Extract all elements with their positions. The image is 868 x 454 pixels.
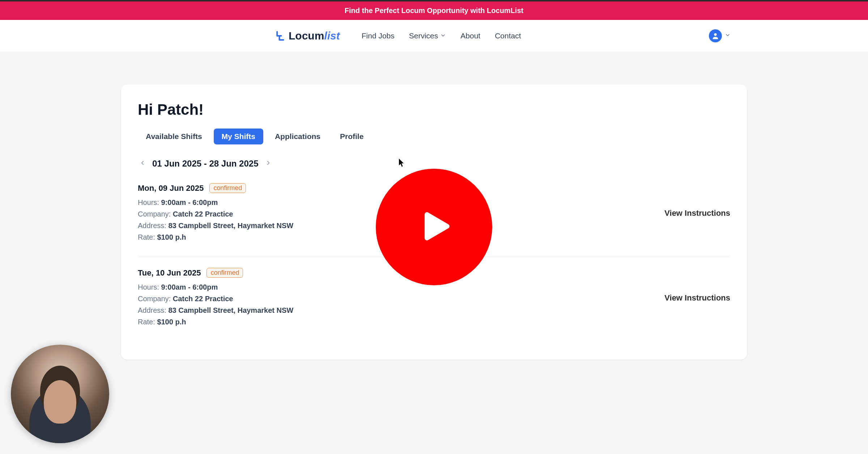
shift-date: Tue, 10 Jun 2025 <box>138 268 201 278</box>
main-nav: Find Jobs Services About Contact <box>362 31 521 40</box>
user-avatar-icon <box>709 29 722 42</box>
date-next-button[interactable] <box>264 158 273 169</box>
chevron-down-icon <box>440 31 446 40</box>
fade-overlay <box>0 429 868 454</box>
tab-available-shifts[interactable]: Available Shifts <box>138 129 210 144</box>
chevron-left-icon <box>139 160 146 167</box>
date-range-picker: 01 Jun 2025 - 28 Jun 2025 <box>138 158 730 169</box>
tab-applications[interactable]: Applications <box>267 129 328 144</box>
status-badge: confirmed <box>207 268 243 278</box>
logo-mark-icon <box>275 30 286 41</box>
nav-contact[interactable]: Contact <box>495 31 521 40</box>
view-instructions-link[interactable]: View Instructions <box>664 209 730 218</box>
view-instructions-link[interactable]: View Instructions <box>664 293 730 303</box>
nav-about[interactable]: About <box>460 31 480 40</box>
play-icon <box>410 203 458 251</box>
shift-hours: Hours: 9:00am - 6:00pm <box>138 281 664 293</box>
shift-rate: Rate: $100 p.h <box>138 316 664 328</box>
promo-banner-text: Find the Perfect Locum Opportunity with … <box>345 7 523 14</box>
site-header: Locumlist Find Jobs Services About Conta… <box>0 20 868 52</box>
nav-services[interactable]: Services <box>409 31 446 40</box>
chevron-right-icon <box>265 160 272 167</box>
promo-banner: Find the Perfect Locum Opportunity with … <box>0 1 868 20</box>
logo-text: Locumlist <box>289 30 340 42</box>
svg-point-0 <box>714 33 716 36</box>
shift-address: Address: 83 Campbell Street, Haymarket N… <box>138 304 664 316</box>
video-play-button[interactable] <box>376 169 492 285</box>
shift-date: Mon, 09 Jun 2025 <box>138 184 204 193</box>
tab-profile[interactable]: Profile <box>332 129 371 144</box>
chevron-down-icon <box>725 32 731 39</box>
shift-company: Company: Catch 22 Practice <box>138 293 664 304</box>
logo[interactable]: Locumlist <box>275 30 340 42</box>
presenter-webcam <box>11 345 109 443</box>
date-range-label: 01 Jun 2025 - 28 Jun 2025 <box>152 159 259 169</box>
tab-my-shifts[interactable]: My Shifts <box>214 129 263 144</box>
status-badge: confirmed <box>209 183 246 193</box>
nav-find-jobs[interactable]: Find Jobs <box>362 31 395 40</box>
account-menu[interactable] <box>709 29 731 42</box>
tab-bar: Available Shifts My Shifts Applications … <box>138 129 730 144</box>
page-title: Hi Patch! <box>138 101 730 118</box>
date-prev-button[interactable] <box>138 158 147 169</box>
